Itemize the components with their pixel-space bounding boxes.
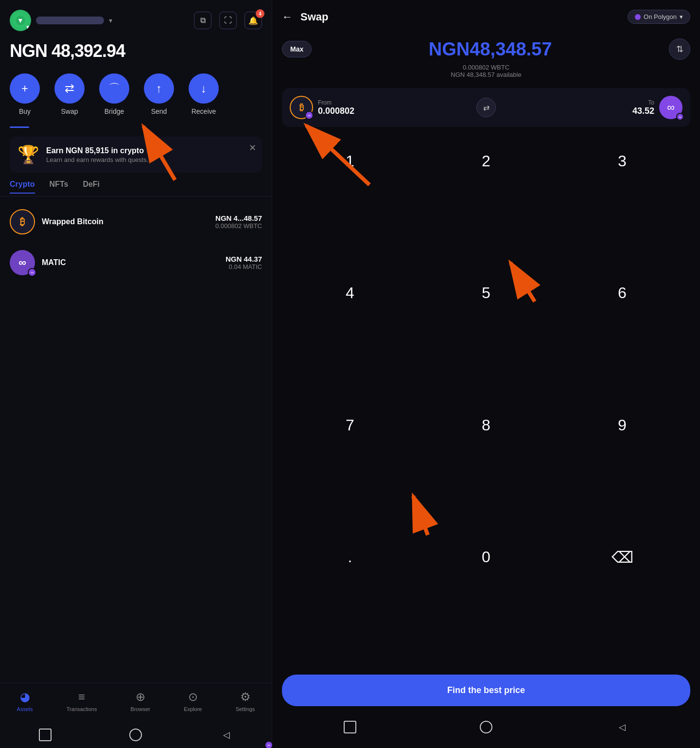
key-3[interactable]: 3	[554, 137, 690, 185]
chevron-down-polygon-icon: ▾	[680, 13, 683, 20]
from-info: From 0.000802	[318, 99, 354, 116]
key-6[interactable]: 6	[554, 269, 690, 318]
matic-icon: ∞ ∞	[10, 250, 35, 275]
swap-title: Swap	[300, 11, 620, 23]
send-button[interactable]: ↑ Send	[144, 73, 174, 115]
amount-value: NGN48,348.57	[319, 39, 661, 60]
wbtc-icon: ₿ ∞	[10, 209, 35, 234]
tabs-row: Crypto NFTs DeFi	[0, 178, 272, 196]
from-label: From	[318, 99, 354, 106]
send-label: Send	[151, 107, 167, 115]
from-chain-badge: ∞	[305, 111, 314, 120]
buy-button[interactable]: + Buy	[10, 73, 40, 115]
asset-item-matic[interactable]: ∞ ∞ MATIC NGN 44.37 0.04 MATIC	[0, 242, 272, 283]
sys-circle-icon-right[interactable]	[479, 720, 493, 734]
promo-title: Earn NGN 85,915 in crypto	[46, 146, 254, 155]
key-7[interactable]: 7	[282, 401, 418, 449]
system-nav-right: ◁	[282, 716, 690, 738]
settings-label: Settings	[236, 706, 255, 712]
key-2[interactable]: 2	[418, 137, 554, 185]
nav-transactions[interactable]: ≡ Transactions	[67, 690, 97, 712]
close-icon[interactable]: ✕	[249, 142, 256, 153]
assets-icon: ◕	[20, 690, 30, 704]
explore-icon: ⊙	[188, 690, 198, 704]
key-5[interactable]: 5	[418, 269, 554, 318]
swap-label: Swap	[61, 107, 78, 115]
bridge-button[interactable]: ⌒ Bridge	[99, 73, 129, 115]
swap-button[interactable]: ⇄ Swap	[54, 73, 85, 115]
key-0[interactable]: 0	[418, 533, 554, 582]
chevron-down-icon[interactable]: ▾	[109, 17, 112, 24]
assets-label: Assets	[17, 706, 33, 712]
numpad: 1 2 3 4 5 6 7 8 9 . 0 ⌫	[282, 137, 690, 665]
wbtc-values: NGN 4...48.57 0.000802 WBTC	[215, 214, 262, 230]
asset-item-wbtc[interactable]: ₿ ∞ Wrapped Bitcoin NGN 4...48.57 0.0008…	[0, 201, 272, 242]
from-value: 0.000802	[318, 106, 354, 116]
key-9[interactable]: 9	[554, 401, 690, 449]
swap-direction-button[interactable]: ⇅	[669, 38, 690, 60]
from-to-row: ₿ ∞ From 0.000802 ⇄ To 43.52 ∞ ∞	[282, 88, 690, 127]
left-panel: ▼ ▾ ⧉ ⛶ 🔔 4 NGN 48,392.94 + Buy	[0, 0, 272, 748]
bridge-icon: ⌒	[99, 73, 129, 104]
matic-info: MATIC	[42, 258, 219, 267]
trophy-icon: 🏆	[18, 144, 39, 165]
amount-sub1: 0.000802 WBTC	[282, 64, 690, 71]
bridge-label: Bridge	[105, 107, 124, 115]
polygon-network-selector[interactable]: On Polygon ▾	[628, 10, 690, 24]
key-8[interactable]: 8	[418, 401, 554, 449]
settings-icon: ⚙	[240, 690, 251, 704]
home-square-icon[interactable]	[38, 728, 52, 742]
top-bar-right: ← Swap On Polygon ▾	[282, 10, 690, 24]
top-bar-left: ▼ ▾ ⧉ ⛶ 🔔 4	[0, 0, 272, 36]
receive-icon: ↓	[189, 73, 219, 104]
key-backspace[interactable]: ⌫	[554, 533, 690, 582]
polygon-label: On Polygon	[644, 13, 677, 20]
copy-icon[interactable]: ⧉	[194, 12, 211, 29]
to-token-icon[interactable]: ∞ ∞	[659, 96, 682, 119]
explore-label: Explore	[184, 706, 202, 712]
to-label: To	[632, 99, 654, 106]
key-4[interactable]: 4	[282, 269, 418, 318]
balance-amount: NGN 48,392.94	[10, 41, 262, 61]
send-icon: ↑	[144, 73, 174, 104]
right-panel: ← Swap On Polygon ▾ Max NGN48,348.57 ⇅ 0…	[272, 0, 700, 748]
buy-icon: +	[10, 73, 40, 104]
polygon-dot	[635, 14, 641, 20]
nav-explore[interactable]: ⊙ Explore	[184, 690, 202, 712]
home-circle-icon[interactable]	[128, 728, 143, 742]
notification-badge: 4	[256, 9, 264, 18]
promo-banner: 🏆 Earn NGN 85,915 in crypto Learn and ea…	[10, 137, 262, 173]
notifications-icon[interactable]: 🔔 4	[245, 12, 262, 29]
dash-line	[10, 126, 29, 128]
promo-text: Earn NGN 85,915 in crypto Learn and earn…	[46, 146, 254, 163]
transactions-icon: ≡	[78, 690, 85, 704]
key-1[interactable]: 1	[282, 137, 418, 185]
from-token-icon[interactable]: ₿ ∞	[290, 96, 313, 119]
key-dot[interactable]: .	[282, 533, 418, 582]
swap-tokens-button[interactable]: ⇄	[476, 98, 496, 117]
svg-text:▼: ▼	[17, 17, 24, 24]
to-value: 43.52	[632, 106, 654, 116]
nav-assets[interactable]: ◕ Assets	[17, 690, 33, 712]
tab-crypto[interactable]: Crypto	[10, 180, 35, 194]
max-button[interactable]: Max	[282, 41, 312, 57]
expand-icon[interactable]: ⛶	[219, 12, 237, 29]
avatar[interactable]: ▼	[10, 10, 31, 31]
to-section: To 43.52 ∞ ∞	[502, 96, 682, 119]
swap-icon: ⇄	[54, 73, 85, 104]
nav-settings[interactable]: ⚙ Settings	[236, 690, 255, 712]
browser-icon: ⊕	[136, 690, 145, 704]
sys-back-icon-right[interactable]: ◁	[615, 720, 630, 734]
nav-browser[interactable]: ⊕ Browser	[131, 690, 150, 712]
find-best-price-button[interactable]: Find the best price	[282, 675, 690, 706]
sys-square-icon-right[interactable]	[343, 720, 357, 734]
wbtc-ngn: NGN 4...48.57	[215, 214, 262, 222]
back-arrow-icon[interactable]: ←	[282, 11, 293, 23]
tab-nfts[interactable]: NFTs	[50, 180, 69, 194]
tab-defi[interactable]: DeFi	[83, 180, 100, 194]
matic-amount: 0.04 MATIC	[226, 263, 262, 270]
top-icons: ⧉ ⛶ 🔔 4	[194, 12, 262, 29]
receive-button[interactable]: ↓ Receive	[189, 73, 219, 115]
wbtc-amount: 0.000802 WBTC	[215, 222, 262, 230]
back-triangle-icon[interactable]: ◁	[219, 728, 234, 742]
